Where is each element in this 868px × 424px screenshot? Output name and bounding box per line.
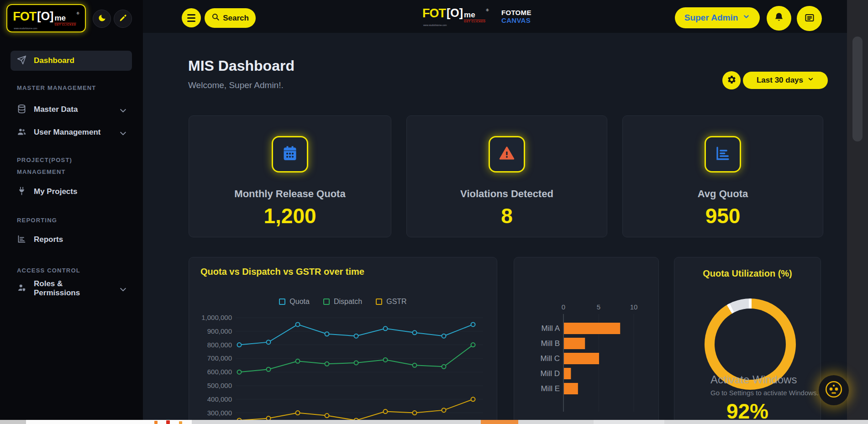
- logo-url: www.studiofotome.com: [14, 27, 37, 30]
- header-logo[interactable]: FOT [O] me GET CLICKED ® www.studiofotom…: [422, 7, 489, 23]
- bell-icon: [773, 12, 784, 25]
- donut-hole: [715, 309, 786, 380]
- section-access-control: ACCESS CONTROL: [17, 265, 131, 277]
- legend-swatch: [323, 298, 330, 305]
- taskbar-segment: [0, 420, 26, 424]
- taskbar-segment: [594, 420, 664, 424]
- scrollbar[interactable]: [847, 0, 868, 420]
- chevron-down-icon: [118, 285, 126, 292]
- sidebar-item-user-management[interactable]: User Management: [11, 122, 132, 142]
- windows-taskbar-sliver[interactable]: [0, 420, 868, 424]
- theme-brush-button[interactable]: [114, 10, 132, 28]
- period-selector[interactable]: Last 30 days: [743, 72, 828, 89]
- stat-icon-box: [272, 136, 308, 173]
- logo-registered-mark: ®: [77, 11, 79, 16]
- logo-text-me: me: [54, 14, 76, 22]
- stat-card-violations-detected: Violations Detected 8: [406, 115, 607, 237]
- svg-text:5: 5: [597, 303, 600, 311]
- chevron-down-icon: [742, 13, 750, 23]
- sidebar: FOT [O] me GET CLICKED ® www.studiofotom…: [0, 0, 143, 420]
- sidebar-item-reports[interactable]: Reports: [11, 230, 132, 250]
- sidebar-logo[interactable]: FOT [O] me GET CLICKED ® www.studiofotom…: [6, 4, 86, 32]
- bar-chart-card: 0510Mill AMill BMill CMill DMill E: [514, 257, 659, 424]
- chevron-down-icon: [118, 129, 126, 136]
- warning-icon: [499, 145, 515, 163]
- legend-item[interactable]: GSTR: [376, 298, 406, 306]
- chevron-down-icon: [118, 106, 126, 113]
- legend-item[interactable]: Dispatch: [323, 298, 362, 306]
- legend-label: GSTR: [386, 298, 406, 306]
- taskbar-active-app[interactable]: [481, 420, 518, 424]
- app-name-line1: FOTOME: [501, 9, 531, 16]
- legend-label: Dispatch: [334, 298, 362, 306]
- search-label: Search: [223, 14, 249, 23]
- legend-swatch: [376, 298, 382, 305]
- logo-text-o: [O]: [37, 10, 53, 22]
- svg-text:900,000: 900,000: [207, 327, 232, 335]
- sidebar-item-label: User Management: [34, 128, 100, 137]
- assistant-fab-button[interactable]: [819, 375, 849, 405]
- svg-text:Mill D: Mill D: [541, 369, 560, 378]
- hamburger-menu-button[interactable]: [182, 8, 201, 27]
- app-name-line2: CANVAS: [501, 16, 531, 24]
- svg-text:500,000: 500,000: [207, 382, 232, 389]
- user-shield-icon: [17, 283, 26, 294]
- legend-item[interactable]: Quota: [279, 298, 310, 306]
- sidebar-item-my-projects[interactable]: My Projects: [11, 182, 132, 202]
- section-project-post-management: PROJECT(POST) MANAGEMENT: [17, 154, 122, 178]
- taskbar-icon[interactable]: [154, 421, 158, 424]
- bar-chart-icon: [715, 145, 731, 163]
- logo-url: www.studiofotome.com: [423, 24, 447, 26]
- svg-text:0: 0: [562, 303, 565, 311]
- report-chart-icon: [17, 234, 26, 246]
- taskbar-icon[interactable]: [179, 421, 182, 424]
- taskbar-icon[interactable]: [166, 420, 170, 424]
- search-button[interactable]: Search: [205, 8, 256, 28]
- svg-text:Mill C: Mill C: [541, 354, 560, 363]
- database-icon: [17, 104, 26, 115]
- sidebar-item-master-data[interactable]: Master Data: [11, 99, 132, 120]
- logo-tagline: GET CLICKED: [464, 20, 485, 23]
- user-menu-button[interactable]: Super Admin: [675, 7, 760, 28]
- sidebar-item-roles-permissions[interactable]: Roles & Permissions: [11, 278, 132, 298]
- users-icon: [17, 127, 26, 138]
- fotome-logo: FOT [O] me GET CLICKED ® www.studiofotom…: [422, 7, 489, 23]
- stat-value: 1,200: [189, 204, 391, 228]
- legend-swatch: [279, 298, 285, 305]
- logo-registered-mark: ®: [486, 8, 489, 12]
- line-chart: 1,000,000900,000800,000700,000600,000500…: [193, 311, 489, 424]
- stat-value: 950: [623, 204, 823, 228]
- sidebar-item-label: Master Data: [34, 105, 78, 114]
- notifications-button[interactable]: [767, 6, 791, 31]
- dark-mode-toggle[interactable]: [93, 10, 111, 28]
- svg-text:Mill A: Mill A: [541, 324, 560, 333]
- sidebar-item-dashboard[interactable]: Dashboard: [11, 51, 132, 71]
- line-chart-card: Quota vs Dispatch vs GSTR over time Quot…: [189, 257, 497, 424]
- donut-chart-card: Quota Utilization (%) 92%: [674, 257, 821, 424]
- logo-text-o: [O]: [447, 7, 463, 19]
- scrollbar-thumb[interactable]: [852, 37, 863, 141]
- line-chart-title: Quota vs Dispatch vs GSTR over time: [200, 267, 364, 277]
- stat-label: Violations Detected: [407, 188, 607, 200]
- list-icon: [804, 12, 815, 25]
- logo-text-fot: FOT: [13, 10, 36, 23]
- svg-text:700,000: 700,000: [207, 354, 232, 362]
- gear-icon: [727, 75, 736, 86]
- legend-label: Quota: [289, 298, 310, 306]
- plug-icon: [17, 186, 26, 198]
- donut-chart: [705, 298, 796, 390]
- stat-card-avg-quota: Avg Quota 950: [622, 115, 823, 237]
- svg-text:Mill B: Mill B: [541, 339, 560, 348]
- svg-text:600,000: 600,000: [207, 368, 232, 376]
- mis-dashboard-app: FOT [O] me GET CLICKED ® www.studiofotom…: [0, 0, 868, 424]
- donut-chart-title: Quota Utilization (%): [674, 268, 821, 279]
- search-icon: [211, 13, 220, 23]
- app-name: FOTOME CANVAS: [501, 9, 531, 24]
- brush-icon: [119, 14, 127, 24]
- bot-face-icon: [822, 377, 846, 403]
- panel-list-button[interactable]: [797, 6, 822, 31]
- stat-value: 8: [407, 204, 607, 228]
- sidebar-item-label: My Projects: [34, 187, 77, 196]
- dashboard-settings-button[interactable]: [722, 71, 741, 89]
- navigation-icon: [17, 55, 26, 67]
